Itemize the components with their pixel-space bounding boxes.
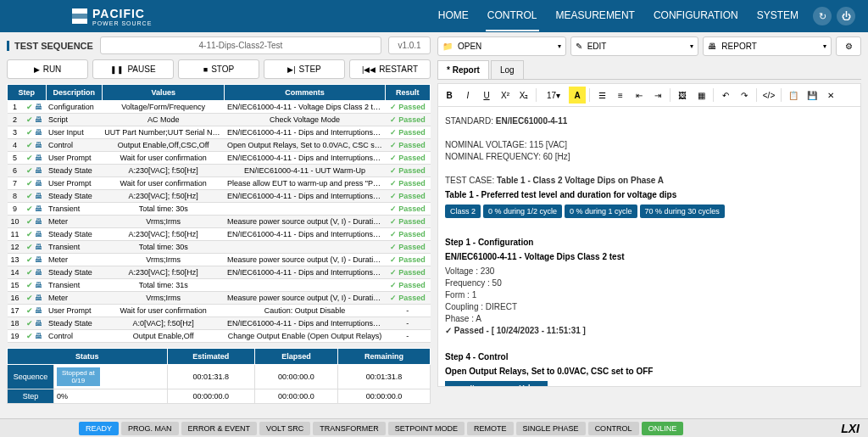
sequence-name[interactable]: 4-11-Dips-Class2-Test	[100, 36, 381, 54]
report-content[interactable]: STANDARD: EN/IEC61000-4-11 NOMINAL VOLTA…	[437, 107, 861, 387]
footer-transformer[interactable]: TRANSFORMER	[313, 422, 386, 435]
print-icon[interactable]: 🖶	[35, 128, 42, 137]
footer-error[interactable]: ERROR & EVENT	[181, 422, 258, 435]
power-icon[interactable]: ⏻	[837, 7, 855, 25]
subscript-button[interactable]: X₂	[515, 87, 532, 104]
bold-button[interactable]: B	[441, 87, 458, 104]
footer-control[interactable]: CONTROL	[588, 422, 639, 435]
image-button[interactable]: 🖼	[674, 87, 691, 104]
brand-sub: POWER SOURCE	[92, 20, 152, 26]
superscript-button[interactable]: X²	[497, 87, 514, 104]
copy-button[interactable]: 📋	[785, 87, 802, 104]
underline-button[interactable]: U	[478, 87, 495, 104]
list-ul-button[interactable]: ☰	[593, 87, 610, 104]
play-icon: ▶	[34, 65, 40, 74]
fontcolor-button[interactable]: A	[569, 87, 586, 104]
save-button[interactable]: 💾	[804, 87, 821, 104]
code-button[interactable]: </>	[760, 87, 777, 104]
pause-button[interactable]: ❚❚PAUSE	[92, 59, 174, 79]
edit-button[interactable]: ✎EDIT▾	[570, 36, 699, 56]
table-row[interactable]: 6✔🖶Steady StateA:230[VAC]; f:50[Hz]EN/IE…	[8, 165, 431, 177]
nav-measurement[interactable]: MEASUREMENT	[554, 1, 637, 31]
nav-home[interactable]: HOME	[437, 1, 470, 31]
close-button[interactable]: ✕	[822, 87, 839, 104]
nav-configuration[interactable]: CONFIGURATION	[652, 1, 740, 31]
print-icon[interactable]: 🖶	[35, 243, 42, 251]
footer-voltsrc[interactable]: VOLT SRC	[259, 422, 310, 435]
status-online[interactable]: ONLINE	[642, 422, 684, 435]
print-icon[interactable]: 🖶	[35, 332, 42, 340]
redo-button[interactable]: ↷	[736, 87, 753, 104]
table-row[interactable]: 9✔🖶TransientTotal time: 30sPassed	[8, 203, 431, 216]
table-row[interactable]: 14✔🖶Steady StateA:230[VAC]; f:50[Hz]EN/I…	[8, 266, 431, 279]
table-row[interactable]: 19✔🖶ControlOutput Enable,OffChange Outpu…	[8, 330, 431, 343]
print-icon[interactable]: 🖶	[35, 179, 42, 188]
nav-system[interactable]: SYSTEM	[755, 1, 800, 31]
print-icon[interactable]: 🖶	[35, 230, 42, 238]
print-icon[interactable]: 🖶	[35, 154, 42, 162]
status-ready[interactable]: READY	[79, 422, 119, 435]
table-row[interactable]: 15✔🖶TransientTotal time: 31sPassed	[8, 279, 431, 292]
list-ol-button[interactable]: ≡	[612, 87, 629, 104]
fontsize-select[interactable]: 17▾	[540, 87, 567, 104]
nav-control[interactable]: CONTROL	[486, 1, 539, 31]
table-row[interactable]: 7✔🖶User PromptWait for user confirmation…	[8, 177, 431, 190]
footer-progman[interactable]: PROG. MAN	[121, 422, 179, 435]
col-result: Result	[385, 85, 430, 101]
pencil-icon: ✎	[576, 42, 582, 51]
table-row[interactable]: 18✔🖶Steady StateA:0[VAC]; f:50[Hz]EN/IEC…	[8, 317, 431, 330]
tab-report[interactable]: * Report	[437, 60, 489, 79]
print-icon[interactable]: 🖶	[35, 217, 42, 226]
outdent-button[interactable]: ⇤	[631, 87, 648, 104]
print-icon[interactable]: 🖶	[35, 255, 42, 264]
restart-icon: |◀◀	[362, 65, 376, 74]
table-row[interactable]: 1✔🖶ConfigurationVoltage/Form/FrequencyEN…	[8, 101, 431, 114]
stop-button[interactable]: ■STOP	[178, 59, 259, 79]
check-icon: ✔	[26, 166, 33, 175]
indent-button[interactable]: ⇥	[649, 87, 666, 104]
step-button[interactable]: ▶|STEP	[264, 59, 345, 79]
footer-phase[interactable]: SINGLE PHASE	[516, 422, 586, 435]
table-button[interactable]: ▦	[693, 87, 709, 104]
restart-button[interactable]: |◀◀RESTART	[349, 59, 431, 79]
print-icon[interactable]: 🖶	[35, 306, 42, 315]
print-icon[interactable]: 🖶	[35, 281, 42, 289]
table-row[interactable]: 10✔🖶MeterVrms;IrmsMeasure power source o…	[8, 216, 431, 228]
print-icon[interactable]: 🖶	[35, 192, 42, 200]
print-icon[interactable]: 🖶	[35, 166, 42, 175]
print-icon[interactable]: 🖶	[35, 103, 42, 111]
print-icon[interactable]: 🖶	[35, 141, 42, 149]
print-icon[interactable]: 🖶	[35, 115, 42, 124]
footer-setpoint[interactable]: SETPOINT MODE	[388, 422, 465, 435]
print-icon[interactable]: 🖶	[35, 294, 42, 302]
footer-remote[interactable]: REMOTE	[467, 422, 514, 435]
report-button[interactable]: 🖶REPORT▾	[703, 36, 832, 56]
check-icon: ✔	[26, 268, 33, 277]
table-row[interactable]: 8✔🖶Steady StateA:230[VAC]; f:50[Hz]EN/IE…	[8, 190, 431, 203]
check-icon: ✔	[26, 319, 33, 328]
undo-button[interactable]: ↶	[717, 87, 734, 104]
table-row[interactable]: 5✔🖶User PromptWait for user confirmation…	[8, 152, 431, 165]
table-row[interactable]: 4✔🖶ControlOutput Enable,Off,CSC,OffOpen …	[8, 139, 431, 152]
table-row[interactable]: 12✔🖶TransientTotal time: 30sPassed	[8, 241, 431, 254]
refresh-icon[interactable]: ↻	[813, 7, 832, 25]
table-row[interactable]: 11✔🖶Steady StateA:230[VAC]; f:50[Hz]EN/I…	[8, 228, 431, 241]
run-button[interactable]: ▶RUN	[7, 59, 88, 79]
main-nav: HOME CONTROL MEASUREMENT CONFIGURATION S…	[437, 1, 800, 31]
check-icon: ✔	[26, 306, 33, 315]
print-icon[interactable]: 🖶	[35, 319, 42, 328]
table-row[interactable]: 17✔🖶User PromptWait for user confirmatio…	[8, 305, 431, 317]
check-icon: ✔	[26, 141, 33, 149]
table-row[interactable]: 3✔🖶User InputUUT Part Number;UUT Serial …	[8, 126, 431, 139]
status-step-label: Step	[8, 389, 54, 404]
settings-button[interactable]: ⚙	[836, 36, 861, 56]
table-row[interactable]: 2✔🖶ScriptAC ModeCheck Voltage ModePassed	[8, 114, 431, 126]
italic-button[interactable]: I	[459, 87, 476, 104]
open-button[interactable]: 📁OPEN▾	[437, 36, 566, 56]
print-icon[interactable]: 🖶	[35, 204, 42, 213]
stop-icon: ■	[203, 65, 208, 74]
print-icon[interactable]: 🖶	[35, 268, 42, 277]
table-row[interactable]: 16✔🖶MeterVrms;IrmsMeasure power source o…	[8, 292, 431, 305]
tab-log[interactable]: Log	[491, 60, 524, 79]
table-row[interactable]: 13✔🖶MeterVrms;IrmsMeasure power source o…	[8, 254, 431, 266]
